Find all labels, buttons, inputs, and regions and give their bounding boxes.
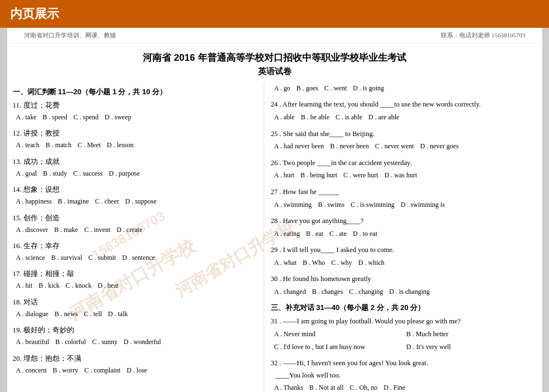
question-27: 27 . How fast he ______ A . swimming B .…	[271, 187, 537, 210]
q25-options: A . had never been B . never been C . ne…	[274, 141, 537, 152]
q15-chinese: 创作；创造	[23, 214, 60, 222]
question-17: 17. 碰撞；相撞；敲 A . hit B . kick C . knock D…	[13, 269, 258, 291]
q18-number: 18. 对话	[13, 297, 258, 307]
q25-opt-d: D . never goes	[420, 142, 459, 150]
q24-stem: 24 . After learning the text, you should…	[271, 99, 537, 110]
left-column: 一、词汇判断 11—20（每小题 1 分，共 10 分） 11. 度过；花费 A…	[13, 83, 264, 392]
q11-opt-d: D . sweep	[105, 113, 132, 121]
q19-opt-a: A . beautiful	[16, 338, 50, 346]
q15-number: 15. 创作；创造	[13, 213, 258, 223]
q13-opt-b: B . study	[43, 170, 67, 177]
q17-opt-d: D . beat	[98, 282, 119, 289]
page-container: 河南省对口升学校 15638105703 河南省对口升学校 河南省对口升学培训、…	[7, 28, 542, 392]
q24-opt-d: D . are able	[368, 113, 399, 121]
q16-options: A . science B . survival C . submit D . …	[16, 252, 258, 263]
q11-opt-a: A . take	[16, 113, 37, 121]
q29-opt-a: A . what	[274, 259, 297, 267]
question-14: 14. 想象；设想 A . happiness B . imagine C . …	[13, 185, 258, 207]
question-31: 31 . ——I am going to play football. Woul…	[271, 316, 537, 352]
q14-opt-c: C . cheer	[95, 197, 119, 205]
q11-chinese: 度过；花费	[23, 101, 60, 109]
q25-opt-a: A . had never been	[274, 142, 324, 150]
q23-opt-b: B . goes	[297, 84, 318, 92]
q32-opt-b: B . Not at all	[309, 384, 344, 391]
q12-opt-d: D . lesson	[107, 141, 134, 149]
section3-title: 三、补充对话 31—40（每小题 2 分，共 20 分）	[271, 303, 537, 313]
q30-opt-d: D . is changing	[389, 288, 430, 296]
q14-options: A . happiness B . imagine C . cheer D . …	[16, 196, 258, 207]
q23-options: A . go B . goes C . went D . is going	[274, 83, 537, 94]
q15-opt-d: D . create	[116, 226, 142, 234]
q30-opt-c: C . changing	[349, 288, 383, 296]
q14-chinese: 想象；设想	[23, 185, 60, 193]
question-20: 20. 埋怨；抱怨；不满 A . concern B . worry C . c…	[13, 354, 258, 376]
q27-opt-b: B . swims	[318, 201, 344, 209]
q31-opt-d: D . It's very well	[406, 341, 532, 352]
q13-number: 13. 成功；成就	[13, 157, 258, 167]
q32-opt-a: A . Thanks	[274, 384, 303, 391]
q15-opt-c: C . invent	[84, 226, 110, 234]
exam-subtitle: 英语试卷	[7, 66, 542, 77]
q17-number: 17. 碰撞；相撞；敲	[13, 269, 258, 279]
q26-opt-d: D . was hurt	[385, 171, 417, 179]
question-12: 12. 讲授；教授 A . teach B . match C . Meet D…	[13, 128, 258, 151]
q24-options: A . able B . be able C . is able D . are…	[274, 112, 537, 123]
question-28: 28 . Have you got anything____? A . eati…	[271, 216, 537, 239]
q19-options: A . beautiful B . colorful C . sunny D .…	[16, 336, 258, 347]
exam-title: 河南省 2016 年普通高等学校对口招收中等职业学校毕业生考试	[7, 51, 542, 64]
q31-opt-a: A . Never mind	[274, 328, 400, 340]
q20-options: A . concern B . worry C . complaint D . …	[16, 365, 258, 376]
q18-opt-d: D . talk	[108, 310, 128, 318]
q19-number: 19. 极好的；奇妙的	[13, 325, 258, 335]
q18-chinese: 对话	[23, 298, 38, 306]
question-11: 11. 度过；花费 A . take B . speed C . spend D…	[13, 100, 258, 123]
question-18: 18. 对话 A . dialogue B . news C . tell D …	[13, 297, 258, 320]
q24-opt-a: A . able	[274, 113, 295, 121]
q11-opt-b: B . speed	[43, 113, 67, 121]
q23-opt-a: A . go	[274, 84, 290, 92]
q17-opt-a: A . hit	[16, 282, 33, 289]
q11-number: 11. 度过；花费	[13, 100, 258, 110]
q18-options: A . dialogue B . news C . tell D . talk	[16, 308, 258, 320]
question-32: 32 . ——Hi, I haven't seen you for ages! …	[271, 358, 537, 392]
q16-opt-d: D . sentence	[122, 254, 155, 262]
q31-stem: 31 . ——I am going to play football. Woul…	[271, 316, 537, 327]
q32-stem2: ____You look well too.	[275, 370, 537, 381]
q15-options: A . discover B . make C . invent D . cre…	[16, 224, 258, 235]
q20-opt-c: C . complaint	[84, 366, 120, 374]
question-13: 13. 成功；成就 A . goal B . study C . success…	[13, 157, 258, 179]
q14-number: 14. 想象；设想	[13, 185, 258, 195]
q25-opt-b: B . never been	[330, 142, 368, 150]
q12-chinese: 讲授；教授	[23, 129, 60, 137]
q13-opt-d: D . purpose	[109, 170, 140, 177]
content-area: 一、词汇判断 11—20（每小题 1 分，共 10 分） 11. 度过；花费 A…	[7, 83, 542, 392]
q27-opt-c: C . is swimming	[351, 201, 395, 209]
q19-opt-c: C . sunny	[92, 338, 118, 346]
q30-opt-a: A . changed	[274, 288, 306, 296]
q12-opt-a: A . teach	[16, 141, 40, 149]
banner-title: 内页展示	[10, 7, 59, 21]
q14-opt-d: D . suppose	[125, 197, 157, 205]
q16-opt-a: A . science	[16, 254, 45, 262]
question-29: 29 . I will tell you____ I asked you to …	[271, 245, 537, 268]
q19-opt-b: B . colorful	[55, 338, 86, 346]
q30-opt-b: B . changes	[312, 288, 343, 296]
q16-opt-c: C . submit	[88, 254, 116, 262]
q29-opt-d: D . which	[358, 259, 385, 267]
q16-opt-b: B . survival	[51, 254, 82, 262]
q15-opt-b: B . make	[54, 226, 78, 234]
q26-opt-b: B . being hurt	[300, 171, 337, 179]
q15-opt-a: A . discover	[16, 226, 48, 234]
q17-options: A . hit B . kick C . knock D . beat	[16, 280, 258, 291]
question-23-options: A . go B . goes C . went D . is going	[271, 83, 537, 94]
q26-opt-a: A . hurt	[274, 171, 294, 179]
q28-opt-d: D . to eat	[353, 230, 377, 238]
q29-stem: 29 . I will tell you____ I asked you to …	[271, 245, 537, 255]
q26-stem: 26 . Two people ____in the car accident …	[271, 158, 537, 168]
q16-number: 16. 生存；幸存	[13, 241, 258, 251]
q27-stem: 27 . How fast he ______	[271, 187, 537, 197]
question-15: 15. 创作；创造 A . discover B . make C . inve…	[13, 213, 258, 235]
question-16: 16. 生存；幸存 A . science B . survival C . s…	[13, 241, 258, 263]
q32-opt-d: D . Fine	[383, 384, 405, 391]
q29-options: A . what B . Who C . why D . which	[274, 257, 537, 268]
